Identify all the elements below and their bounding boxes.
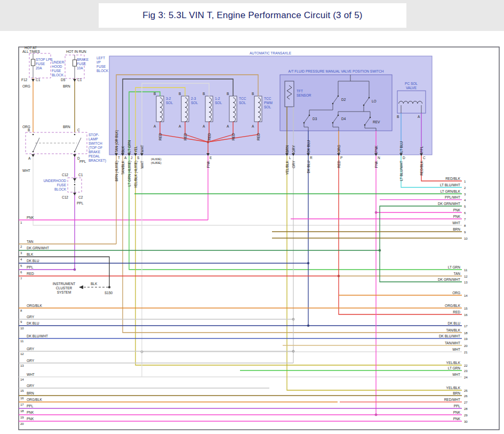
pin-label: PNK bbox=[453, 411, 461, 414]
pin-number: 21 bbox=[464, 351, 468, 354]
diagram-label: INSTRUMENT bbox=[53, 282, 76, 286]
pin-number: 14 bbox=[464, 294, 468, 297]
diagram-label: FUSE bbox=[57, 183, 67, 187]
pin-label: TAN bbox=[27, 240, 34, 243]
diagram-label: T bbox=[118, 156, 120, 160]
diagram-label: C1 bbox=[77, 78, 82, 82]
contact-dot bbox=[33, 134, 34, 136]
pin-label: PNK bbox=[27, 216, 34, 219]
diagram-label: C12 bbox=[62, 195, 68, 199]
pin-label: GRY bbox=[27, 347, 35, 351]
diagram-label: A bbox=[418, 115, 420, 119]
wiring-diagram: HOT ATALL TIMESHOT IN RUNSTOP LPSFUSE20A… bbox=[0, 31, 504, 434]
pin-number: 15 bbox=[20, 389, 24, 392]
pin-label: ORG bbox=[452, 291, 460, 295]
pin-number: 17 bbox=[20, 403, 24, 406]
pin-label: RED bbox=[27, 272, 34, 275]
diagram-label: PEDAL bbox=[89, 154, 100, 158]
diagram-label: LO bbox=[372, 99, 377, 103]
pin-number: 25 bbox=[464, 389, 468, 392]
diagram-label: B bbox=[252, 92, 254, 96]
pin-number: 18 bbox=[20, 409, 24, 413]
pin-label: GRY bbox=[27, 359, 35, 362]
diagram-label: SYSTEM bbox=[57, 290, 71, 294]
contact-dot bbox=[332, 103, 334, 105]
pin-number: 23 bbox=[464, 369, 468, 373]
pin-label: BRN bbox=[453, 391, 460, 395]
pin-number: 16 bbox=[20, 397, 24, 400]
pin-label: YEL/BLK bbox=[446, 386, 461, 390]
diagram-label: LT GRN bbox=[127, 140, 131, 153]
pin-number: 12 bbox=[464, 275, 468, 278]
diagram-label: HOT AT bbox=[25, 46, 37, 50]
pin-label: DK BLU bbox=[448, 321, 461, 325]
diagram-label: B bbox=[154, 92, 156, 96]
pin-number: 16 bbox=[464, 313, 468, 317]
stop-lps-fuse-symbol bbox=[31, 59, 35, 66]
diagram-label: BLOCK bbox=[54, 187, 67, 191]
diagram-label: FUSE bbox=[77, 62, 86, 66]
contact-dot bbox=[370, 117, 371, 119]
junction-dot bbox=[74, 269, 76, 271]
pin-label: PPL/WHT bbox=[445, 195, 460, 199]
diagram-label: DK BLU bbox=[307, 161, 310, 173]
diagram-label: J bbox=[131, 156, 132, 160]
diagram-label: HOOD bbox=[52, 65, 62, 68]
pin-label: PPL bbox=[454, 404, 461, 408]
diagram-label: BRN bbox=[63, 84, 70, 88]
contact-dot bbox=[332, 122, 334, 124]
contact-dot bbox=[74, 134, 76, 136]
junction-dot bbox=[375, 414, 377, 416]
figure-title-box: Fig 3: 5.3L VIN T, Engine Performance Ci… bbox=[99, 3, 406, 28]
diagram-label: L bbox=[289, 156, 291, 160]
diagram-label: D4 bbox=[341, 117, 346, 121]
pin-label: RED/WHT bbox=[444, 398, 460, 401]
diagram-label: B bbox=[227, 92, 229, 96]
figure-title: Fig 3: 5.3L VIN T, Engine Performance Ci… bbox=[142, 10, 362, 21]
diagram-label: RED bbox=[337, 161, 341, 168]
diagram-label: PPL bbox=[77, 201, 84, 205]
diagram-label: D2 bbox=[341, 98, 346, 101]
pin-number: 11 bbox=[20, 340, 24, 343]
diagram-label: UNDER- bbox=[52, 60, 65, 64]
junction-dot bbox=[292, 350, 294, 352]
diagram-label: A bbox=[154, 124, 156, 128]
diagram-label: YEL bbox=[134, 146, 138, 153]
pin-label: PNK bbox=[453, 215, 461, 218]
diagram-label: LEFT bbox=[97, 56, 105, 60]
pin-label: WHT bbox=[452, 348, 460, 351]
diagram-label: PPL bbox=[420, 146, 423, 153]
junction-dot bbox=[108, 286, 110, 288]
junction-dot bbox=[338, 275, 340, 277]
diagram-label: P bbox=[340, 156, 342, 160]
diagram-label: A bbox=[28, 156, 31, 160]
diagram-label: F12 bbox=[21, 78, 28, 82]
diagram-label: PC SOL bbox=[405, 82, 418, 85]
pin-label: DK BLU/WHT bbox=[439, 334, 460, 338]
diagram-label: CLUSTER bbox=[56, 286, 73, 290]
pin-number: 29 bbox=[464, 414, 468, 417]
junction-dot bbox=[307, 262, 309, 264]
pin-label: TAN/WHT bbox=[445, 341, 460, 345]
contact-dot bbox=[363, 105, 365, 106]
diagram-label: BLK bbox=[121, 146, 125, 153]
contact-dot bbox=[309, 115, 310, 116]
diagram-label: LT GRN (4L60E) bbox=[127, 161, 132, 186]
pin-label: PNK bbox=[27, 411, 34, 414]
pin-number: 13 bbox=[464, 281, 468, 284]
diagram-label: PWM bbox=[264, 101, 273, 105]
diagram-label: BRAKE bbox=[89, 150, 101, 154]
junction-dot bbox=[141, 351, 143, 353]
pin-label: GRY bbox=[27, 315, 35, 319]
diagram-label: S bbox=[137, 156, 140, 160]
diagram-label: SOL bbox=[239, 101, 246, 105]
diagram-label: BRACKET) bbox=[89, 159, 106, 163]
diagram-label: ORG bbox=[337, 145, 341, 153]
diagram-label: STOP- bbox=[89, 133, 99, 137]
diagram-label: BRN bbox=[63, 125, 70, 129]
junction-dot bbox=[375, 211, 377, 214]
diagram-label: BRN bbox=[285, 145, 289, 153]
diagram-label: C bbox=[423, 156, 426, 160]
diagram-label: BLOCK bbox=[97, 69, 109, 73]
diagram-label: SOL bbox=[264, 105, 271, 109]
